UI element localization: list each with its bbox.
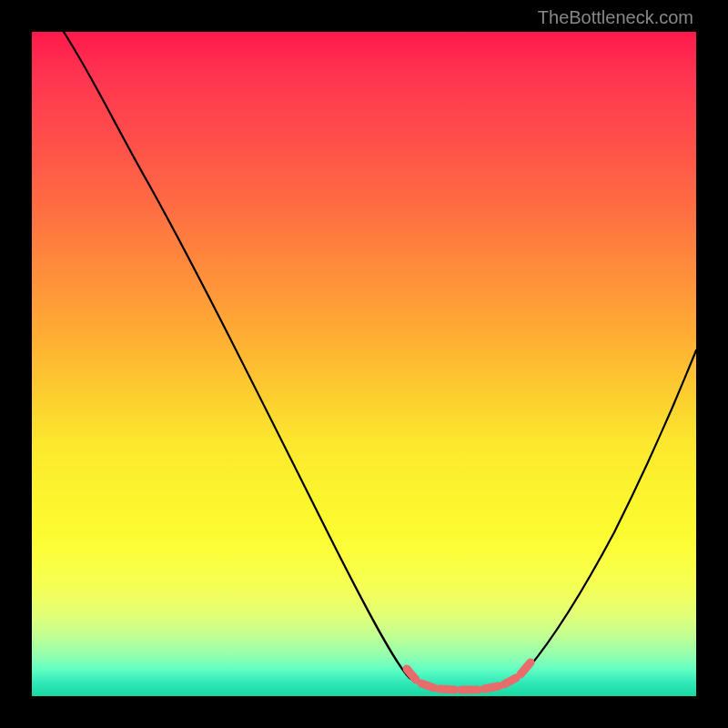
marker-dot xyxy=(407,669,416,680)
curve-layer xyxy=(64,32,696,690)
curve-left-branch xyxy=(64,32,410,678)
curve-right-branch xyxy=(528,350,696,669)
chart-container: TheBottleneck.com xyxy=(0,0,728,728)
marker-dot xyxy=(440,689,455,690)
marker-dot xyxy=(521,662,531,674)
plot-area xyxy=(32,32,696,696)
marker-dot xyxy=(421,683,434,688)
chart-svg xyxy=(32,32,696,696)
marker-layer xyxy=(407,662,531,690)
watermark-text: TheBottleneck.com xyxy=(538,7,693,28)
marker-dot xyxy=(484,686,499,689)
marker-dot xyxy=(504,678,516,684)
